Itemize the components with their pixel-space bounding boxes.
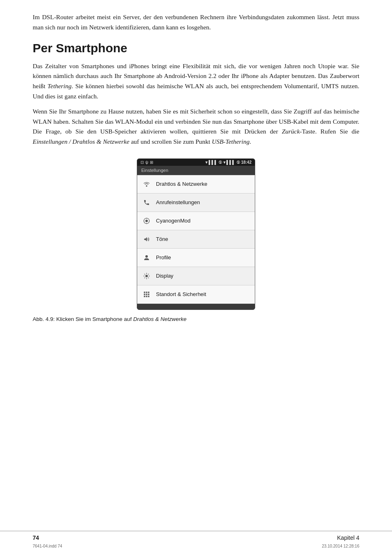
figure-caption: Abb. 4.9: Klicken Sie im Smartphone auf … xyxy=(33,316,359,323)
page-footer: 74 Kapitel 4 xyxy=(0,531,392,541)
phone-status-bar: ⊡ ψ ⊞ ▾ ▌▌▌ ① ▾ ▌▌▌ ① 18:42 xyxy=(137,159,255,166)
menu-label-standort: Standort & Sicherheit xyxy=(156,291,206,297)
svg-rect-23 xyxy=(148,294,149,295)
svg-rect-21 xyxy=(144,294,145,295)
status-icon-2: ψ xyxy=(145,160,148,165)
location-menu-icon xyxy=(142,290,151,299)
intro-paragraph: Im DSL-Router arbeitet meist ein Server,… xyxy=(33,12,359,33)
menu-item-display[interactable]: Display xyxy=(137,267,255,285)
body-paragraph-2: Wenn Sie Ihr Smartphone zu Hause nutzen,… xyxy=(33,107,359,147)
status-icon-3: ⊞ xyxy=(150,160,153,165)
phone-status-right: ▾ ▌▌▌ ① ▾ ▌▌▌ ① 18:42 xyxy=(205,160,252,165)
svg-rect-22 xyxy=(146,294,147,295)
menu-item-profile[interactable]: Profile xyxy=(137,249,255,267)
svg-rect-26 xyxy=(148,296,149,297)
tone-menu-icon xyxy=(142,235,151,244)
svg-line-14 xyxy=(145,274,145,275)
profile-menu-icon xyxy=(142,253,151,262)
phone-title-label: Einstellungen xyxy=(141,168,168,173)
menu-label-anruf: Anrufeinstellungen xyxy=(156,199,200,205)
section-heading: Per Smartphone xyxy=(33,41,359,56)
wifi-menu-icon xyxy=(142,180,151,189)
cell-signal-icon: ▌▌▌ xyxy=(209,160,217,165)
svg-rect-20 xyxy=(148,292,149,293)
print-info-bar: 7641-04.indd 74 23.10.2014 12:28:16 xyxy=(0,542,392,550)
menu-item-standort[interactable]: Standort & Sicherheit xyxy=(137,285,255,304)
svg-line-15 xyxy=(148,278,149,278)
svg-rect-24 xyxy=(144,296,145,297)
menu-item-cyanogen[interactable]: CyanogenMod xyxy=(137,212,255,230)
display-menu-icon xyxy=(142,272,151,281)
svg-point-8 xyxy=(145,255,148,258)
wifi-signal-icon: ▾ xyxy=(205,160,207,165)
page-container: Im DSL-Router arbeitet meist ein Server,… xyxy=(0,0,392,550)
phone-screenshot: ⊡ ψ ⊞ ▾ ▌▌▌ ① ▾ ▌▌▌ ① 18:42 Einstellunge… xyxy=(137,158,255,310)
caption-prefix: Abb. 4.9: Klicken Sie im Smartphone auf xyxy=(33,316,133,322)
phone-menu-icon xyxy=(142,198,151,207)
svg-marker-7 xyxy=(144,237,147,242)
svg-line-17 xyxy=(145,278,145,278)
menu-item-drahtlos[interactable]: Drahtlos & Netzwerke xyxy=(137,175,255,194)
menu-item-toene[interactable]: Töne xyxy=(137,230,255,249)
svg-point-9 xyxy=(145,275,148,277)
menu-label-drahtlos: Drahtlos & Netzwerke xyxy=(156,181,207,187)
phone-title-bar: Einstellungen xyxy=(137,166,255,175)
cyanogen-menu-icon xyxy=(142,216,151,225)
menu-label-toene: Töne xyxy=(156,236,168,242)
phone-menu: Drahtlos & Netzwerke Anrufeinstellungen xyxy=(137,175,255,304)
menu-label-cyanogen: CyanogenMod xyxy=(156,218,191,224)
phone-status-left: ⊡ ψ ⊞ xyxy=(140,160,153,165)
svg-rect-18 xyxy=(144,292,145,293)
menu-item-anruf[interactable]: Anrufeinstellungen xyxy=(137,194,255,212)
svg-rect-19 xyxy=(146,292,147,293)
time-display: ▾ ▌▌▌ ① 18:42 xyxy=(223,160,252,165)
print-info-left: 7641-04.indd 74 xyxy=(33,544,62,548)
intro-text: Im DSL-Router arbeitet meist ein Server,… xyxy=(33,13,359,31)
phone-bottom-bar xyxy=(137,304,255,310)
svg-line-16 xyxy=(148,274,149,275)
svg-point-2 xyxy=(145,220,148,222)
svg-point-0 xyxy=(146,185,147,187)
status-icon-1: ⊡ xyxy=(140,160,144,165)
menu-label-display: Display xyxy=(156,273,174,279)
caption-italic: Drahtlos & Netzwerke xyxy=(133,316,187,322)
print-info-right: 23.10.2014 12:28:16 xyxy=(322,544,359,548)
page-number: 74 xyxy=(33,534,39,541)
alarm-icon: ① xyxy=(218,160,222,165)
menu-label-profile: Profile xyxy=(156,254,171,261)
body-paragraph-1: Das Zeitalter von Smartphones und iPhone… xyxy=(33,61,359,102)
chapter-label: Kapitel 4 xyxy=(337,534,359,541)
svg-rect-25 xyxy=(146,296,147,297)
